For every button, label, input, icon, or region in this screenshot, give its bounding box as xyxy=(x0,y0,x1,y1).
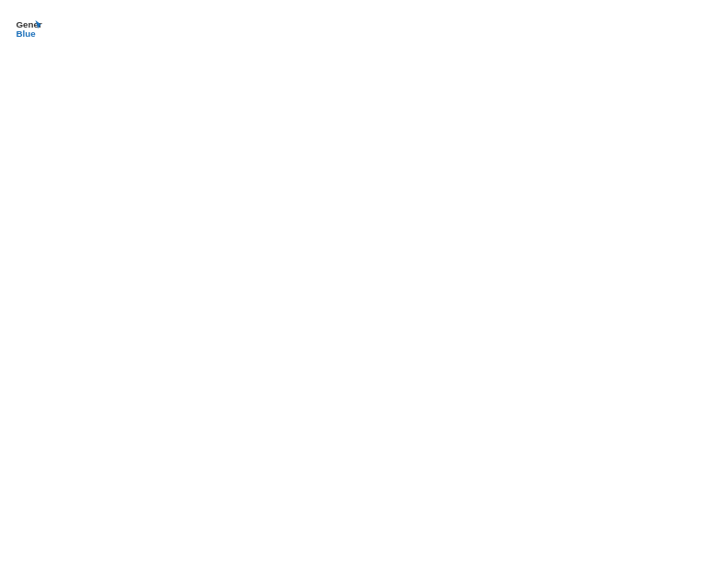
svg-text:Blue: Blue xyxy=(17,29,37,39)
logo-icon: General Blue xyxy=(15,15,42,42)
logo: General Blue xyxy=(15,15,42,42)
header: General Blue xyxy=(15,15,713,42)
